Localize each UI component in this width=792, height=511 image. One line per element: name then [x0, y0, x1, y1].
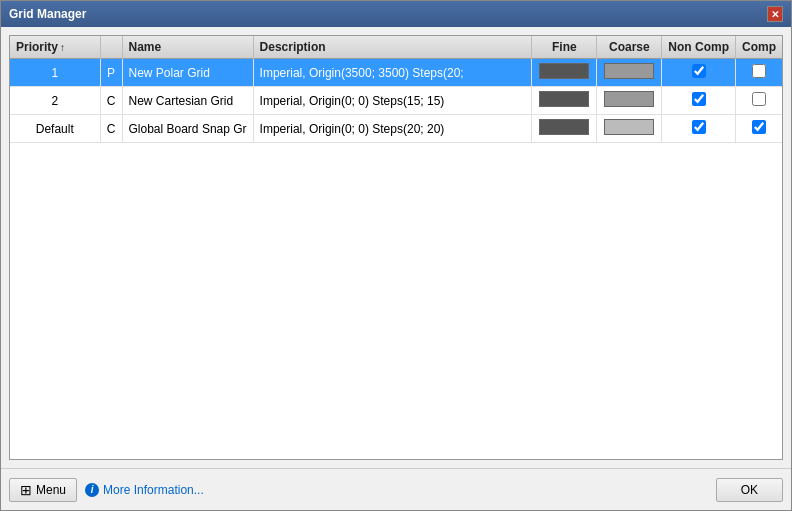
cell-coarse [597, 87, 662, 115]
grid-table: Priority ↑ Name Description Fine Coarse … [10, 36, 782, 143]
close-button[interactable]: ✕ [767, 6, 783, 22]
table-body: 1PNew Polar GridImperial, Origin(3500; 3… [10, 59, 782, 143]
ok-button[interactable]: OK [716, 478, 783, 502]
cell-type: C [100, 115, 122, 143]
cell-type: P [100, 59, 122, 87]
col-type [100, 36, 122, 59]
col-description[interactable]: Description [253, 36, 532, 59]
footer: ⊞ Menu i More Information... OK [1, 468, 791, 510]
header-row: Priority ↑ Name Description Fine Coarse … [10, 36, 782, 59]
cell-fine [532, 59, 597, 87]
window-title: Grid Manager [9, 7, 86, 21]
comp-checkbox[interactable] [752, 92, 766, 106]
coarse-swatch [604, 63, 654, 79]
coarse-swatch [604, 91, 654, 107]
cell-noncomp[interactable] [662, 87, 736, 115]
cell-name: Global Board Snap Gr [122, 115, 253, 143]
noncomp-checkbox[interactable] [692, 120, 706, 134]
menu-button[interactable]: ⊞ Menu [9, 478, 77, 502]
col-noncomp[interactable]: Non Comp [662, 36, 736, 59]
table-row[interactable]: 1PNew Polar GridImperial, Origin(3500; 3… [10, 59, 782, 87]
noncomp-checkbox[interactable] [692, 64, 706, 78]
cell-comp[interactable] [736, 115, 783, 143]
col-comp[interactable]: Comp [736, 36, 783, 59]
cell-description: Imperial, Origin(0; 0) Steps(20; 20) [253, 115, 532, 143]
table-row[interactable]: DefaultCGlobal Board Snap GrImperial, Or… [10, 115, 782, 143]
noncomp-checkbox[interactable] [692, 92, 706, 106]
cell-fine [532, 115, 597, 143]
grid-table-container: Priority ↑ Name Description Fine Coarse … [9, 35, 783, 460]
col-name[interactable]: Name [122, 36, 253, 59]
more-info-link[interactable]: i More Information... [85, 483, 204, 497]
cell-name: New Polar Grid [122, 59, 253, 87]
col-priority[interactable]: Priority ↑ [10, 36, 100, 59]
more-info-label: More Information... [103, 483, 204, 497]
cell-noncomp[interactable] [662, 59, 736, 87]
cell-type: C [100, 87, 122, 115]
info-icon: i [85, 483, 99, 497]
cell-priority: 1 [10, 59, 100, 87]
cell-priority: Default [10, 115, 100, 143]
cell-coarse [597, 115, 662, 143]
menu-icon: ⊞ [20, 482, 32, 498]
comp-checkbox[interactable] [752, 64, 766, 78]
comp-checkbox[interactable] [752, 120, 766, 134]
title-bar: Grid Manager ✕ [1, 1, 791, 27]
content-area: Priority ↑ Name Description Fine Coarse … [1, 27, 791, 468]
fine-swatch [539, 91, 589, 107]
cell-coarse [597, 59, 662, 87]
cell-comp[interactable] [736, 87, 783, 115]
coarse-swatch [604, 119, 654, 135]
cell-description: Imperial, Origin(0; 0) Steps(15; 15) [253, 87, 532, 115]
cell-fine [532, 87, 597, 115]
grid-manager-window: Grid Manager ✕ Priority ↑ Nam [0, 0, 792, 511]
col-fine[interactable]: Fine [532, 36, 597, 59]
menu-label: Menu [36, 483, 66, 497]
table-header: Priority ↑ Name Description Fine Coarse … [10, 36, 782, 59]
cell-comp[interactable] [736, 59, 783, 87]
cell-priority: 2 [10, 87, 100, 115]
fine-swatch [539, 119, 589, 135]
table-row[interactable]: 2CNew Cartesian GridImperial, Origin(0; … [10, 87, 782, 115]
title-controls: ✕ [767, 6, 783, 22]
cell-noncomp[interactable] [662, 115, 736, 143]
footer-left: ⊞ Menu i More Information... [9, 478, 204, 502]
cell-description: Imperial, Origin(3500; 3500) Steps(20; [253, 59, 532, 87]
fine-swatch [539, 63, 589, 79]
col-coarse[interactable]: Coarse [597, 36, 662, 59]
cell-name: New Cartesian Grid [122, 87, 253, 115]
